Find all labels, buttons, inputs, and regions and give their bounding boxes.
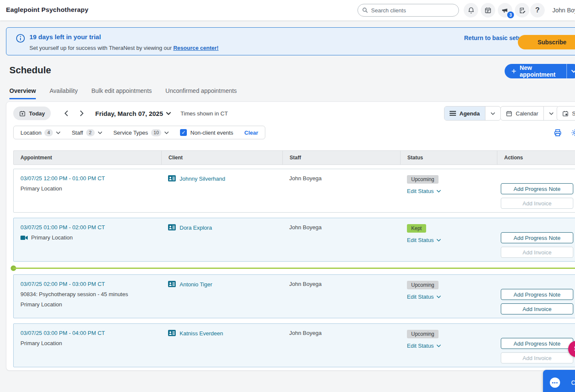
status-cell: Upcoming Edit Status xyxy=(400,275,497,318)
chevron-down-icon xyxy=(436,239,441,242)
trial-banner-message: Set yourself up for success with TheraNe… xyxy=(29,45,218,51)
tab-overview[interactable]: Overview xyxy=(9,87,36,99)
client-name: Dora Explora xyxy=(180,224,212,231)
edit-status-dropdown[interactable]: Edit Status xyxy=(407,188,490,194)
status-badge: Kept xyxy=(407,224,426,233)
new-appointment-button[interactable]: New appointment xyxy=(505,64,575,78)
add-progress-note-button[interactable]: Add Progress Note xyxy=(501,289,573,300)
contact-card-icon xyxy=(168,224,176,231)
tab-unconfirmed-appointments[interactable]: Unconfirmed appointments xyxy=(166,87,237,99)
calendar-shortcut-button[interactable] xyxy=(481,3,495,17)
edit-status-dropdown[interactable]: Edit Status xyxy=(407,343,490,349)
agenda-view-label: Agenda xyxy=(459,110,480,117)
print-button[interactable] xyxy=(552,127,563,138)
status-badge: Upcoming xyxy=(407,175,439,184)
service-types-filter[interactable]: Service Types 10 xyxy=(113,129,169,136)
tab-bulk-edit-appointments[interactable]: Bulk edit appointments xyxy=(91,87,152,99)
announcements-button[interactable]: 3 xyxy=(498,3,512,17)
staff-view-label: Staff xyxy=(572,110,575,117)
today-button[interactable]: Today xyxy=(13,107,51,120)
return-basic-setup-link[interactable]: Return to basic setup xyxy=(464,35,525,41)
edit-status-dropdown[interactable]: Edit Status xyxy=(407,294,490,300)
search-icon xyxy=(362,7,368,13)
trial-banner-title: 19 days left in your trial xyxy=(29,33,101,40)
calendar-today-icon xyxy=(19,110,26,117)
page-title: Schedule xyxy=(9,65,51,76)
clear-filters-link[interactable]: Clear xyxy=(244,130,258,136)
non-client-events-toggle[interactable]: ✓ Non-client events xyxy=(180,129,233,136)
client-link[interactable]: Johnny Silverhand xyxy=(168,175,276,182)
staff-cell: John Boyega xyxy=(282,275,400,318)
notifications-button[interactable] xyxy=(464,3,478,17)
contact-card-icon xyxy=(168,330,176,336)
next-day-button[interactable] xyxy=(76,107,87,119)
chevron-down-icon xyxy=(436,190,441,193)
appointment-location: Primary Location xyxy=(20,185,154,192)
calendar-icon xyxy=(506,110,512,117)
agenda-view-dropdown[interactable] xyxy=(485,107,500,120)
current-date-label: Friday, March 07, 2025 xyxy=(95,110,163,117)
add-invoice-button[interactable]: Add Invoice xyxy=(501,352,573,363)
gear-icon xyxy=(571,129,575,137)
search-input[interactable] xyxy=(371,7,454,14)
appointment-location: Primary Location xyxy=(20,301,154,308)
add-progress-note-button[interactable]: Add Progress Note xyxy=(501,232,573,243)
notes-button[interactable] xyxy=(515,3,529,17)
agenda-view-button[interactable]: Agenda xyxy=(444,107,485,120)
appointment-time-link[interactable]: 03/07/25 12:00 PM - 01:00 PM CT xyxy=(20,175,154,182)
staff-view-button[interactable]: Staff xyxy=(557,107,575,120)
previous-day-button[interactable] xyxy=(60,107,72,119)
location-label: Primary Location xyxy=(31,234,73,241)
client-cell: Dora Explora xyxy=(161,218,282,261)
staff-filter-label: Staff xyxy=(72,130,83,136)
edit-status-dropdown[interactable]: Edit Status xyxy=(407,237,490,243)
add-invoice-button[interactable]: Add Invoice xyxy=(501,198,573,209)
add-progress-note-button[interactable]: Add Progress Note xyxy=(501,183,573,194)
calendar-view-button[interactable]: Calendar xyxy=(501,107,543,120)
client-link[interactable]: Katniss Everdeen xyxy=(168,330,276,337)
settings-button[interactable] xyxy=(569,127,575,138)
chevron-down-icon xyxy=(436,295,441,298)
chevron-down-icon xyxy=(166,112,171,115)
client-link[interactable]: Dora Explora xyxy=(168,224,276,231)
client-link[interactable]: Antonio Tiger xyxy=(168,281,276,288)
schedule-tabs: Overview Availability Bulk edit appointm… xyxy=(9,87,237,99)
add-invoice-button[interactable]: Add Invoice xyxy=(501,247,573,258)
checkbox-checked-icon[interactable]: ✓ xyxy=(180,129,187,136)
client-cell: Johnny Silverhand xyxy=(161,169,282,212)
status-cell: Kept Edit Status xyxy=(400,218,497,261)
appointment-time-link[interactable]: 03/07/25 03:00 PM - 04:00 PM CT xyxy=(20,330,154,336)
tab-availability[interactable]: Availability xyxy=(49,87,78,99)
contact-card-icon xyxy=(168,175,176,182)
appointment-service: 90834: Psychotherapy session - 45 minute… xyxy=(20,291,154,297)
new-appointment-dropdown[interactable] xyxy=(566,64,575,78)
contact-support-button[interactable]: ••• Contact xyxy=(543,370,575,392)
add-progress-note-button[interactable]: Add Progress Note xyxy=(501,338,573,349)
appointment-time-link[interactable]: 03/07/25 02:00 PM - 03:00 PM CT xyxy=(20,281,154,287)
location-filter[interactable]: Location 4 xyxy=(20,129,61,136)
service-types-filter-label: Service Types xyxy=(113,130,148,136)
staff-filter[interactable]: Staff 2 xyxy=(72,129,102,136)
appointment-location: Primary Location xyxy=(20,234,154,241)
column-status: Status xyxy=(400,151,497,164)
appointment-cell: 03/07/25 02:00 PM - 03:00 PM CT 90834: P… xyxy=(14,275,161,318)
plus-icon xyxy=(511,68,516,74)
actions-cell: – Add Progress Note Add Invoice xyxy=(497,275,575,318)
appointment-cell: 03/07/25 01:00 PM - 02:00 PM CT Primary … xyxy=(14,218,161,261)
add-invoice-button[interactable]: Add Invoice xyxy=(501,303,573,314)
question-icon: ? xyxy=(535,6,540,14)
subscribe-button[interactable]: Subscribe xyxy=(518,35,575,49)
today-label: Today xyxy=(29,110,45,117)
date-picker[interactable]: Friday, March 07, 2025 xyxy=(95,110,171,117)
agenda-card: Today Friday, March 07, 2025 Times shown… xyxy=(6,101,575,371)
help-button[interactable]: ? xyxy=(530,3,545,17)
service-types-filter-count: 10 xyxy=(151,129,161,136)
edit-status-label: Edit Status xyxy=(407,294,434,300)
resource-center-link[interactable]: Resource center! xyxy=(173,45,218,51)
edit-status-label: Edit Status xyxy=(407,188,434,194)
appointment-time-link[interactable]: 03/07/25 01:00 PM - 02:00 PM CT xyxy=(20,224,154,231)
client-search[interactable] xyxy=(357,4,459,17)
column-staff: Staff xyxy=(282,151,400,164)
client-name: Katniss Everdeen xyxy=(180,330,223,337)
user-menu[interactable]: John Boyega xyxy=(552,7,575,14)
